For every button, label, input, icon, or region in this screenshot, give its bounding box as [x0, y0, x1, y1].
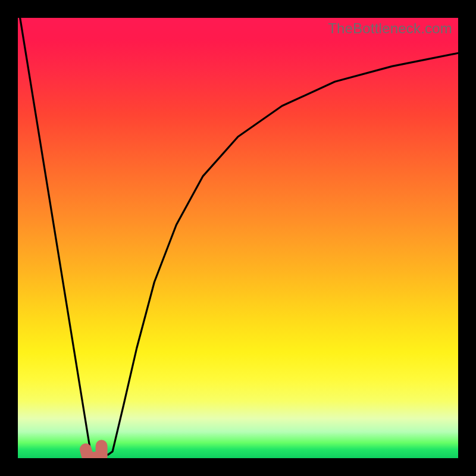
plot-area: TheBottleneck.com	[18, 18, 458, 458]
bottleneck-curve	[18, 18, 458, 458]
chart-frame: TheBottleneck.com	[0, 0, 476, 476]
watermark-text: TheBottleneck.com	[328, 20, 452, 37]
